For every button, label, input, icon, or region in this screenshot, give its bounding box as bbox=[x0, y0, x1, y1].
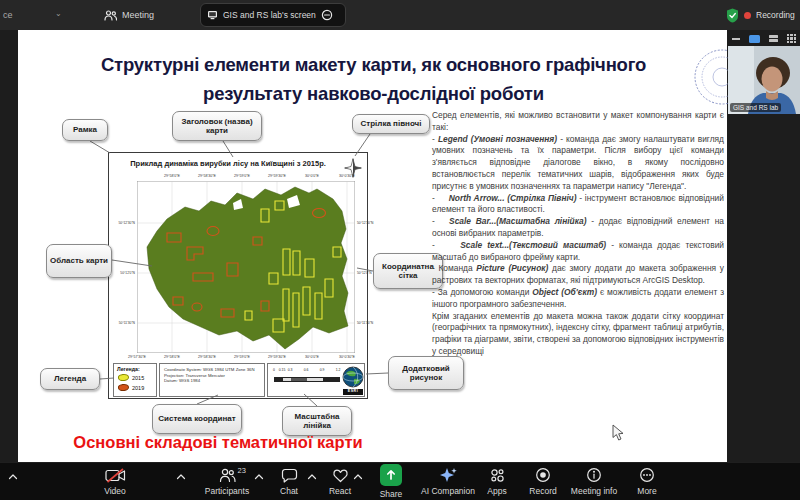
bottom-toolbar: Video 23 Participants Chat React bbox=[0, 462, 800, 500]
crs-line: Datum: WGS 1984 bbox=[164, 378, 264, 384]
screen-icon bbox=[207, 10, 218, 20]
more-button[interactable]: More bbox=[611, 467, 683, 496]
webcam-thumbnail[interactable]: GIS and RS lab bbox=[728, 46, 800, 114]
minimize-icon[interactable] bbox=[732, 38, 740, 40]
legend-item: 2019 bbox=[118, 384, 144, 391]
share-label: Share bbox=[380, 489, 403, 499]
more-icon bbox=[639, 467, 655, 483]
axis-label: 50°11'30"N bbox=[119, 321, 135, 325]
tab-shared-screen-label: GIS and RS lab's screen bbox=[223, 10, 316, 20]
chevron-down-icon[interactable]: ⌄ bbox=[55, 9, 62, 18]
recording-indicator[interactable]: Recording bbox=[726, 5, 795, 25]
axis-label: 29°58'0"E bbox=[164, 174, 180, 178]
right-text-paragraph: - North Arrow... (Стрілка Північ) - інст… bbox=[432, 193, 724, 217]
participants-icon bbox=[104, 10, 117, 21]
map-legend: Легенда: 20152019 bbox=[113, 363, 157, 397]
tab-shared-screen[interactable]: GIS and RS lab's screen bbox=[200, 3, 346, 27]
video-options-chevron[interactable] bbox=[176, 473, 186, 480]
audio-options-chevron[interactable] bbox=[8, 473, 18, 480]
axis-label: 29°57'30"E bbox=[128, 355, 146, 359]
more-label: More bbox=[637, 486, 656, 496]
axis-label: 0.9 bbox=[320, 368, 325, 372]
crs-line: Coordinate System: WGS 1984 UTM Zone 36N bbox=[164, 367, 264, 373]
axis-label: 29°59'30"E bbox=[268, 174, 286, 178]
axis-label: 30°0'0"E bbox=[305, 174, 319, 178]
axis-label: 50°11'30"N bbox=[357, 321, 373, 325]
axis-label: 29°58'30"E bbox=[198, 174, 216, 178]
axis-label: 30°0'30"E bbox=[339, 355, 355, 359]
video-label: Video bbox=[104, 486, 126, 496]
top-bar: ce ⌄ Meeting GIS and RS lab's screen bbox=[0, 0, 800, 30]
esri-globe-icon bbox=[342, 366, 364, 388]
gallery-view-icon[interactable] bbox=[787, 34, 796, 43]
video-button[interactable]: Video bbox=[79, 467, 151, 496]
map-legend-title: Легенда: bbox=[117, 366, 140, 372]
callout-map-area: Область карти bbox=[46, 244, 112, 278]
callout-scalebar: Масштабна лінійка bbox=[282, 406, 352, 436]
callout-north-arrow: Стрілка півночі bbox=[352, 114, 430, 134]
shared-screen-slide: Структурні елементи макету карти, як осн… bbox=[18, 30, 727, 462]
slide-title: Структурні елементи макету карти, як осн… bbox=[46, 50, 701, 108]
webcam-name-label: GIS and RS lab bbox=[730, 103, 781, 112]
axis-label: 0 bbox=[273, 368, 275, 372]
security-shield-icon bbox=[726, 8, 739, 23]
axis-label: 29°59'0"E bbox=[234, 174, 250, 178]
mouse-cursor bbox=[612, 424, 626, 442]
participants-count: 23 bbox=[238, 466, 246, 475]
axis-label: 30°0'30"E bbox=[339, 174, 355, 178]
heart-icon bbox=[332, 468, 349, 483]
tab-meeting[interactable]: Meeting bbox=[104, 6, 154, 24]
callout-legend: Легенда bbox=[40, 368, 100, 390]
info-icon bbox=[586, 467, 602, 483]
tab-meeting-label: Meeting bbox=[122, 10, 154, 20]
coordinate-system-box: Coordinate System: WGS 1984 UTM Zone 36N… bbox=[159, 363, 265, 397]
chat-icon bbox=[281, 468, 298, 483]
legend-item-label: 2015 bbox=[132, 375, 144, 381]
view-controls bbox=[727, 32, 800, 45]
callout-crs: Система координат bbox=[152, 404, 242, 434]
sparkle-icon bbox=[439, 467, 458, 483]
map-figure: Приклад динаміка вирубки лісу на Київщин… bbox=[108, 152, 368, 399]
participants-label: Participants bbox=[205, 486, 249, 496]
right-text-paragraph: Серед елементів, які можливо встановити … bbox=[432, 110, 724, 134]
apps-icon bbox=[489, 468, 506, 483]
axis-label: 29°58'30"E bbox=[198, 355, 216, 359]
right-text: Серед елементів, які можливо встановити … bbox=[432, 110, 724, 358]
scalebar bbox=[274, 377, 340, 382]
legend-item-label: 2019 bbox=[132, 385, 144, 391]
workspace-label[interactable]: ce bbox=[3, 10, 13, 20]
participants-icon bbox=[219, 468, 236, 483]
axis-label: 1.2 bbox=[336, 368, 341, 372]
recording-label: Recording bbox=[756, 10, 795, 20]
axis-labels-top: 29°58'0"E29°58'30"E29°59'0"E29°59'30"E30… bbox=[137, 174, 355, 180]
right-text-paragraph: - Scale Bar...(Масштабна лінійка) - дода… bbox=[432, 216, 724, 240]
scalebar-labels: 00.150.30.60.91.2 bbox=[274, 368, 344, 373]
react-label: React bbox=[329, 486, 351, 496]
right-text-paragraph: - За допомогою команди Object (Об'єкт) є… bbox=[432, 287, 724, 311]
stacked-view-icon[interactable] bbox=[769, 35, 778, 43]
map-title: Приклад динаміка вирубки лісу на Київщин… bbox=[115, 159, 341, 168]
record-icon bbox=[535, 467, 551, 483]
right-text-paragraph: - Команда Picture (Рисунок) дає змогу до… bbox=[432, 263, 724, 287]
legend-swatch-icon bbox=[118, 373, 130, 381]
callout-extra-image: Додатковий рисунок bbox=[388, 356, 464, 390]
axis-label: 50°12'30"N bbox=[118, 221, 135, 225]
axis-label: 0.15 bbox=[279, 368, 286, 372]
slide-title-line2: результату навково-дослідної роботи bbox=[46, 79, 701, 108]
chat-label: Chat bbox=[280, 486, 298, 496]
scalebar-box: 00.150.30.60.91.2 Km ESRI bbox=[267, 363, 365, 397]
axis-label: 50°12'30"N bbox=[357, 221, 374, 225]
zoom-app-window: ce ⌄ Meeting GIS and RS lab's screen bbox=[0, 0, 800, 500]
stop-share-icon[interactable] bbox=[321, 9, 333, 21]
axis-label: 50°12'0"N bbox=[357, 271, 372, 275]
slide-title-line1: Структурні елементи макету карти, як осн… bbox=[46, 50, 701, 79]
right-text-paragraph: Крім згаданих елементів до макета можна … bbox=[432, 311, 724, 358]
legend-swatch-icon bbox=[118, 383, 130, 391]
active-view-icon[interactable] bbox=[749, 35, 760, 43]
camera-off-icon bbox=[105, 468, 126, 483]
legend-item: 2015 bbox=[118, 374, 144, 381]
axis-label: 30°0'0"E bbox=[305, 355, 319, 359]
right-text-paragraph: - Legend (Умовні позначення) - команда д… bbox=[432, 134, 724, 193]
esri-label: ESRI bbox=[343, 389, 363, 395]
axis-label: 29°58'0"E bbox=[164, 355, 180, 359]
